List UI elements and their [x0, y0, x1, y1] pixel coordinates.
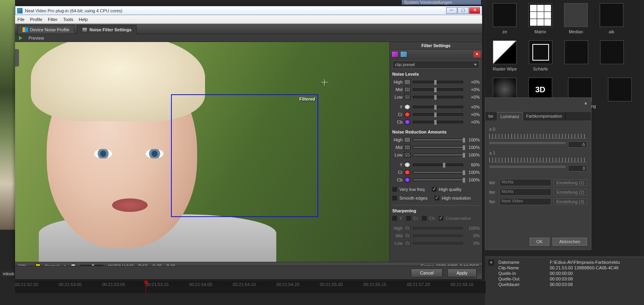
cc-value-a[interactable]: -5	[568, 141, 587, 148]
save-preset-icon[interactable]	[400, 51, 407, 57]
noise-level-label: Cb	[392, 120, 404, 124]
check-high-resolution[interactable]: High resolution	[435, 196, 471, 200]
noise-reduction-swatch-icon	[404, 170, 410, 175]
sharp-slider[interactable]	[413, 242, 463, 244]
thumb-preview-icon	[564, 3, 588, 27]
cc-value-b[interactable]: 0	[568, 165, 587, 172]
check-very-low-freq[interactable]: Very low freq	[392, 187, 425, 192]
effect-thumb[interactable]: Matrix	[528, 3, 552, 34]
noise-level-value: +0%	[465, 80, 480, 84]
noise-reduction-slider[interactable]	[413, 164, 463, 166]
cc-slider-b[interactable]	[489, 166, 566, 168]
sharp-slider[interactable]	[413, 227, 463, 229]
cc-setting-btn-2[interactable]: Einstellung (2)	[554, 189, 587, 195]
clip-info-panel: × DateinameF:\Edius-AV\Filmpraxis-Farbko…	[485, 257, 644, 305]
maximize-button[interactable]: ▢	[458, 7, 469, 14]
filtered-badge: Filtered	[299, 97, 315, 101]
noise-reduction-slider[interactable]	[413, 171, 463, 173]
clip-info-key: Dateiname	[498, 260, 550, 265]
cc-slider-a[interactable]	[489, 142, 566, 144]
cc-filter-select-1[interactable]: Nichts	[500, 179, 551, 186]
effect-thumb[interactable]: aik	[600, 3, 623, 34]
minimize-button[interactable]: ─	[446, 7, 457, 14]
menu-filter[interactable]: Filter	[48, 17, 57, 22]
effect-thumb[interactable]	[564, 40, 588, 67]
noise-level-label: High	[392, 80, 404, 84]
play-preview-icon[interactable]	[19, 36, 22, 40]
cancel-button[interactable]: Cancel	[411, 269, 443, 277]
cc-ruler	[489, 134, 587, 139]
noise-level-slider[interactable]	[413, 121, 463, 123]
noise-level-row: Y+0%	[392, 103, 480, 111]
noise-level-swatch-icon	[404, 87, 410, 92]
sharp-check-y[interactable]: Y	[392, 216, 402, 221]
effect-thumb[interactable]: Schärfe	[529, 40, 553, 71]
sharp-check-cr[interactable]: Cr	[406, 216, 418, 221]
timeline-tick: 00:21:53.05	[102, 282, 125, 287]
check-high-quality[interactable]: High quality	[432, 187, 462, 192]
effect-thumb[interactable]: Raster Wipe	[493, 40, 517, 71]
menu-profile[interactable]: Profile	[30, 17, 42, 22]
noise-reduction-slider[interactable]	[413, 154, 463, 156]
sharp-slider[interactable]	[413, 234, 463, 237]
apply-button[interactable]: Apply	[447, 269, 477, 277]
resize-grip-icon[interactable]	[477, 274, 481, 278]
noise-level-slider[interactable]	[413, 113, 463, 116]
noise-level-slider[interactable]	[413, 106, 463, 108]
noise-reduction-slider[interactable]	[413, 139, 463, 141]
preset-dropdown[interactable]: clip preset	[392, 61, 480, 69]
noise-level-slider[interactable]	[413, 81, 463, 83]
sharp-value: 0%	[465, 233, 480, 238]
clip-info-key: Quelldauer	[498, 282, 550, 287]
clip-info-row: Quelle-In00:00:00:00	[498, 271, 642, 276]
noise-level-swatch-icon	[404, 94, 410, 100]
cc-tab[interactable]: be	[485, 112, 497, 120]
window-titlebar[interactable]: Neat Video Pro plug-in (64-bit; using 4 …	[15, 6, 482, 15]
cc-close-icon[interactable]: ×	[585, 101, 587, 106]
thumb-preview-icon	[493, 40, 517, 64]
cc-filter-select-3[interactable]: Neat Video	[500, 198, 551, 205]
effect-thumb[interactable]	[608, 78, 632, 104]
cc-cancel-button[interactable]: Abbrechen	[553, 238, 587, 246]
noise-reduction-slider[interactable]	[413, 146, 463, 149]
noise-level-row: Cb+0%	[392, 118, 480, 126]
clip-info-close-icon[interactable]: ×	[488, 259, 494, 266]
cc-setting-btn-1[interactable]: Einstellung (1)	[554, 179, 587, 186]
cc-ok-button[interactable]: OK	[530, 238, 549, 246]
tab-noise-filter-settings[interactable]: Noise Filter Settings	[77, 25, 137, 34]
cc-tab[interactable]: Luminanz	[497, 112, 523, 120]
effect-thumb[interactable]: ze	[493, 3, 517, 34]
noise-level-slider[interactable]	[413, 88, 463, 91]
close-button[interactable]: ✕	[469, 7, 480, 14]
preview-image-area[interactable]: Filtered	[15, 42, 389, 262]
timeline-ruler[interactable]: 00:21:52:2000:21:53.0000:21:53.0500:21:5…	[15, 281, 486, 293]
clip-info-row: DateinameF:\Edius-AV\Filmpraxis-Farbkorr…	[498, 259, 642, 265]
cc-tab[interactable]: Farbkompensation	[523, 112, 566, 120]
cc-filter-select-2[interactable]: Nichts	[500, 189, 551, 196]
effect-thumb[interactable]: Median	[564, 3, 588, 34]
cc-filter-label-3: lter	[489, 199, 497, 204]
noise-level-slider[interactable]	[413, 96, 463, 98]
check-smooth-edges[interactable]: Smooth edges	[392, 196, 427, 200]
check-label: Y	[399, 216, 402, 221]
clip-info-value: 00:00:00:00	[550, 271, 642, 276]
noise-reduction-slider[interactable]	[413, 179, 463, 181]
reset-filter-icon[interactable]: ×	[473, 51, 481, 57]
sharp-check-cb[interactable]: Cb	[422, 216, 435, 221]
selection-rectangle[interactable]: Filtered	[171, 94, 318, 217]
noise-level-value: +0%	[465, 112, 480, 117]
menu-tools[interactable]: Tools	[63, 17, 73, 22]
sharpening-title: Sharpening	[390, 207, 482, 215]
menu-help[interactable]: Help	[79, 17, 88, 22]
clip-info-value: 00.21.53.00 138B8B60-CA06-4C48	[550, 265, 642, 270]
effect-thumb[interactable]	[600, 40, 624, 67]
sharp-label: High	[392, 226, 404, 231]
menu-file[interactable]: File	[17, 17, 25, 22]
cc-setting-btn-3[interactable]: Einstellung (3)	[554, 198, 587, 205]
open-preset-icon[interactable]	[391, 51, 399, 57]
sharp-check-conservative[interactable]: Conservative	[439, 216, 471, 221]
side-grip-icon[interactable]	[15, 49, 19, 67]
sharp-row: High100%	[392, 224, 480, 232]
noise-reduction-value: 60%	[465, 162, 480, 167]
tab-device-noise-profile[interactable]: Device Noise Profile	[17, 25, 74, 34]
